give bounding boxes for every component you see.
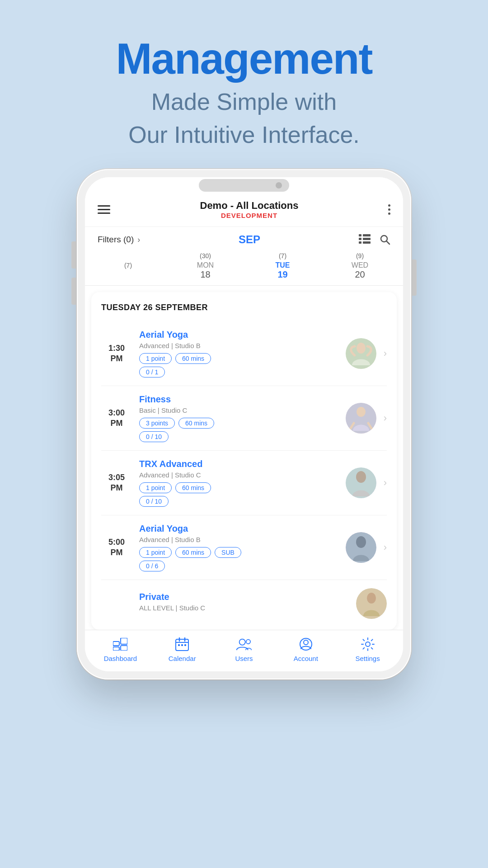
chevron-right-icon: › [384, 348, 387, 359]
nav-item-settings[interactable]: Settings [347, 637, 388, 662]
class-info: Aerial Yoga Advanced | Studio B 1 point … [139, 330, 338, 377]
nav-item-dashboard[interactable]: Dashboard [100, 637, 141, 662]
duration-tag: 60 mins [178, 418, 214, 429]
account-icon [298, 637, 314, 652]
class-item-aerial-yoga-2[interactable]: 5:00PM Aerial Yoga Advanced | Studio B 1… [101, 515, 387, 580]
phone-mockup: Demo - All Locations DEVELOPMENT Filters… [77, 169, 411, 679]
svg-point-30 [246, 640, 250, 644]
nav-item-calendar[interactable]: Calendar [162, 637, 202, 662]
class-info: Private ALL LEVEL | Studio C [139, 592, 349, 615]
users-icon [236, 637, 252, 652]
duration-tag: 60 mins [175, 547, 211, 558]
class-capacity: 0 / 6 [139, 561, 338, 571]
svg-point-13 [356, 471, 366, 483]
filter-button[interactable]: Filters (0) › [98, 235, 140, 245]
day-item-partial[interactable]: (7) [89, 262, 167, 271]
chevron-right-icon: › [384, 542, 387, 553]
nav-label-calendar: Calendar [169, 655, 196, 662]
svg-rect-5 [363, 241, 371, 244]
class-capacity: 0 / 10 [139, 431, 338, 442]
nav-label-account: Account [294, 655, 318, 662]
svg-point-17 [367, 593, 376, 604]
day-count: (30) [200, 252, 211, 259]
capacity-tag: 0 / 1 [139, 367, 165, 377]
class-meta: Advanced | Studio B [139, 342, 338, 349]
class-name: Aerial Yoga [139, 524, 338, 534]
day-strip: (7) (30) MON 18 (7) TUE 19 [85, 252, 403, 286]
class-info: Aerial Yoga Advanced | Studio B 1 point … [139, 524, 338, 571]
nav-label-settings: Settings [355, 655, 380, 662]
svg-rect-26 [178, 644, 180, 646]
dashboard-icon [113, 637, 128, 652]
class-info: Fitness Basic | Studio C 3 points 60 min… [139, 394, 338, 442]
class-name: Aerial Yoga [139, 330, 338, 340]
page-background: Management Made Simple with Our Intuitiv… [0, 0, 488, 868]
chevron-right-icon: › [384, 477, 387, 489]
nav-item-account[interactable]: Account [286, 637, 326, 662]
svg-rect-20 [121, 638, 127, 644]
volume-down-button [71, 278, 76, 305]
day-count: (7) [279, 252, 286, 259]
svg-rect-19 [113, 647, 119, 651]
day-item-tue[interactable]: (7) TUE 19 [244, 252, 321, 280]
class-time: 1:30PM [101, 343, 132, 364]
svg-rect-21 [121, 646, 127, 651]
class-time: 3:05PM [101, 472, 132, 494]
instructor-avatar [346, 403, 376, 434]
svg-rect-3 [363, 238, 371, 240]
class-meta: ALL LEVEL | Studio C [139, 604, 349, 612]
day-item-mon[interactable]: (30) MON 18 [167, 252, 244, 280]
list-view-icon[interactable] [359, 234, 371, 244]
chevron-right-icon: › [384, 412, 387, 424]
capacity-tag: 0 / 10 [139, 431, 169, 442]
nav-label-dashboard: Dashboard [104, 655, 137, 662]
hero-title: Management [116, 36, 372, 82]
class-time: 5:00PM [101, 537, 132, 558]
app-location-title: Demo - All Locations [200, 200, 299, 212]
class-tags: 1 point 60 mins SUB [139, 547, 338, 558]
more-options-button[interactable] [388, 204, 390, 215]
class-item-private[interactable]: Private ALL LEVEL | Studio C [101, 580, 387, 619]
bottom-navigation: Dashboard [85, 630, 403, 671]
class-item-trx[interactable]: 3:05PM TRX Advanced Advanced | Studio C … [101, 451, 387, 515]
month-label: SEP [239, 233, 260, 246]
class-tags: 1 point 60 mins [139, 482, 338, 493]
instructor-avatar [346, 532, 376, 563]
sub-tag: SUB [215, 547, 241, 558]
duration-tag: 60 mins [175, 482, 211, 493]
day-item-wed[interactable]: (9) WED 20 [321, 252, 399, 280]
class-tags: 1 point 60 mins [139, 353, 338, 364]
calendar-icon [174, 637, 190, 652]
hamburger-menu-button[interactable] [98, 205, 110, 214]
svg-rect-2 [359, 238, 361, 240]
class-item-aerial-yoga-1[interactable]: 1:30PM Aerial Yoga Advanced | Studio B 1… [101, 321, 387, 386]
points-tag: 1 point [139, 482, 172, 493]
filter-bar: Filters (0) › SEP [85, 227, 403, 252]
points-tag: 1 point [139, 353, 172, 364]
svg-point-9 [357, 343, 366, 354]
search-icon[interactable] [380, 234, 390, 245]
nav-label-users: Users [235, 655, 253, 662]
phone-notch [199, 179, 289, 192]
capacity-tag: 0 / 10 [139, 496, 169, 507]
class-item-fitness[interactable]: 3:00PM Fitness Basic | Studio C 3 points… [101, 386, 387, 451]
svg-point-29 [239, 639, 245, 645]
svg-line-7 [386, 241, 389, 245]
svg-rect-0 [359, 234, 361, 236]
header-action-icons [359, 234, 390, 245]
class-meta: Advanced | Studio C [139, 471, 338, 479]
filter-label: Filters (0) [98, 235, 134, 245]
hero-subtitle: Made Simple with Our Intuitive Interface… [116, 85, 372, 151]
points-tag: 1 point [139, 547, 172, 558]
schedule-content: TUESDAY 26 SEPTEMBER 1:30PM Aerial Yoga … [91, 292, 397, 630]
nav-item-users[interactable]: Users [224, 637, 264, 662]
svg-rect-4 [359, 241, 361, 244]
instructor-avatar [346, 338, 376, 369]
svg-rect-28 [184, 644, 186, 646]
svg-rect-18 [113, 642, 119, 646]
svg-point-32 [304, 640, 308, 645]
points-tag: 3 points [139, 418, 175, 429]
settings-icon [360, 637, 375, 652]
class-name: TRX Advanced [139, 459, 338, 469]
svg-point-15 [356, 536, 366, 548]
